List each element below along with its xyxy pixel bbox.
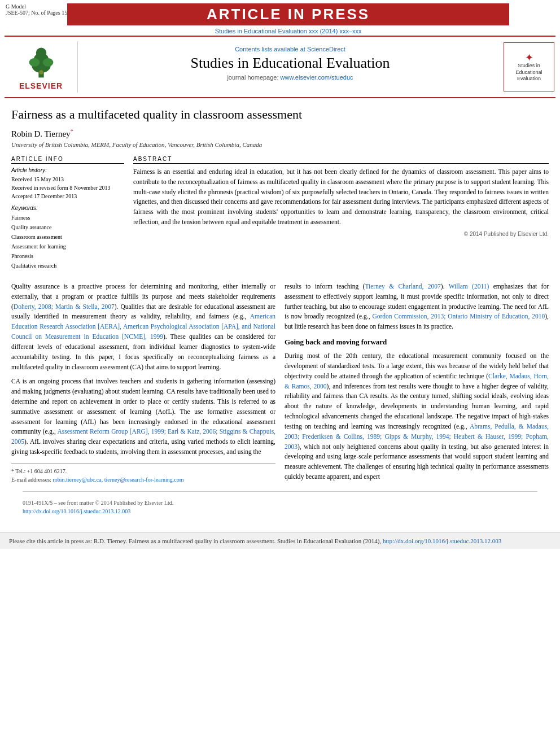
abstract-col: ABSTRACT Fairness is an essential and en… [133, 156, 549, 275]
author-affiliation: University of British Columbia, MERM, Fa… [11, 141, 549, 148]
footnote-tel: * Tel.: +1 604 401 6217. [11, 467, 275, 475]
article-info-label: ARTICLE INFO [11, 156, 124, 164]
author-name: Robin D. Tierney* [11, 128, 549, 139]
homepage-url[interactable]: www.elsevier.com/stueduc [281, 74, 353, 81]
ref-clarke[interactable]: Clarke, Madaus, Horn, & Ramos, 2000 [285, 373, 549, 390]
footer-bar: Please cite this article in press as: R.… [0, 532, 560, 549]
ref-abrams[interactable]: Abrams, Pedulla, & Madaus, 2003; Frederi… [285, 423, 549, 450]
bottom-meta: 0191-491X/$ – see front matter © 2014 Pu… [11, 496, 549, 518]
badge-icon: ✦ [523, 51, 535, 63]
keywords-block: Keywords: Fairness Quality assurance Cla… [11, 205, 124, 270]
keyword-fairness: Fairness [11, 213, 124, 222]
svg-point-3 [36, 47, 46, 58]
ref-willam[interactable]: Willam (2011) [449, 283, 489, 290]
body-para-1: Quality assurance is a proactive process… [11, 282, 275, 372]
ref-doherty[interactable]: Doherty, 2008; Martin & Stella, 2007 [14, 303, 115, 310]
ref-aera[interactable]: American Education Research Association … [11, 313, 275, 340]
article-history: Article history: Received 15 May 2013 Re… [11, 167, 124, 200]
footnote-section: * Tel.: +1 604 401 6217. E-mail addresse… [11, 463, 275, 484]
doi-link[interactable]: http://dx.doi.org/10.1016/j.stueduc.2013… [23, 508, 130, 514]
keyword-phronesis: Phronesis [11, 251, 124, 261]
model-info: G Model JSEE-507; No. of Pages 15 [6, 3, 67, 16]
journal-header: ELSEVIER Contents lists available at Sci… [5, 36, 555, 98]
cite-doi-link[interactable]: http://dx.doi.org/10.1016/j.stueduc.2013… [383, 538, 501, 544]
copyright-line: © 2014 Published by Elsevier Ltd. [133, 231, 549, 237]
top-header: G Model JSEE-507; No. of Pages 15 ARTICL… [0, 0, 560, 36]
abstract-label: ABSTRACT [133, 156, 549, 164]
svg-point-6 [39, 70, 43, 74]
elsevier-logo-section: ELSEVIER [5, 41, 78, 93]
accepted-date: Accepted 17 December 2013 [11, 192, 124, 200]
section-heading-moving-forward: Going back and moving forward [285, 337, 549, 348]
keyword-afl: Assessment for learning [11, 242, 124, 251]
article-meta-section: ARTICLE INFO Article history: Received 1… [11, 156, 549, 275]
abstract-text: Fairness is an essential and enduring id… [133, 167, 549, 228]
keyword-qualitative: Qualitative research [11, 261, 124, 270]
body-col-right: results to inform teaching (Tierney & Ch… [285, 282, 549, 487]
body-para-3: results to inform teaching (Tierney & Ch… [285, 282, 549, 332]
elsevier-logo: ELSEVIER [19, 43, 63, 90]
homepage-label: journal homepage: [227, 74, 278, 81]
author-sup: * [71, 128, 74, 134]
article-title: Fairness as a multifaceted quality in cl… [11, 107, 549, 122]
history-label: Article history: [11, 167, 124, 173]
journal-homepage: journal homepage: www.elsevier.com/stued… [84, 74, 497, 81]
keywords-label: Keywords: [11, 205, 124, 211]
article-info-col: ARTICLE INFO Article history: Received 1… [11, 156, 124, 275]
keyword-quality: Quality assurance [11, 222, 124, 232]
elsevier-tree-icon [21, 43, 61, 80]
footnote-email-links[interactable]: robin.tierney@ubc.ca, tierney@research-f… [53, 477, 183, 483]
journal-center: Contents lists available at ScienceDirec… [78, 41, 502, 93]
divider [23, 491, 537, 492]
body-col-left: Quality assurance is a proactive process… [11, 282, 275, 487]
sciencedirect-link[interactable]: ScienceDirect [307, 46, 345, 53]
ref-tierney-charland[interactable]: Tierney & Charland, 2007 [365, 283, 440, 290]
keywords-list: Fairness Quality assurance Classroom ass… [11, 213, 124, 270]
badge-text: Studies in Educational Evaluation [506, 63, 552, 82]
journal-title: Studies in Educational Evaluation [84, 55, 497, 72]
cite-text: Please cite this article in press as: R.… [9, 538, 381, 544]
svg-point-5 [42, 58, 53, 67]
contents-text: Contents lists available at [235, 46, 305, 53]
ref-gordon[interactable]: Gordon Commission, 2013; Ontario Ministr… [372, 313, 545, 320]
body-para-4: During most of the 20th century, the edu… [285, 351, 549, 482]
article-in-press-banner: ARTICLE IN PRESS [67, 3, 509, 25]
author-name-text: Robin D. Tierney [11, 129, 71, 138]
page: G Model JSEE-507; No. of Pages 15 ARTICL… [0, 0, 560, 747]
svg-point-4 [29, 58, 40, 67]
jsee-label: JSEE-507; No. of Pages 15 [6, 10, 67, 16]
issn-line: 0191-491X/$ – see front matter © 2014 Pu… [23, 499, 537, 507]
body-columns: Quality assurance is a proactive process… [11, 282, 549, 487]
body-para-2: CA is an ongoing process that involves t… [11, 377, 275, 457]
header-center: ARTICLE IN PRESS Studies in Educational … [67, 3, 509, 34]
revised-date: Received in revised form 8 November 2013 [11, 184, 124, 192]
journal-badge: ✦ Studies in Educational Evaluation [504, 42, 554, 91]
elsevier-brand-text: ELSEVIER [19, 81, 63, 90]
journal-ref-link[interactable]: Studies in Educational Evaluation xxx (2… [215, 28, 362, 34]
g-model-label: G Model [6, 3, 67, 10]
contents-line: Contents lists available at ScienceDirec… [84, 46, 497, 53]
footnote-email-label: E-mail addresses: [11, 477, 51, 483]
article-content: Fairness as a multifaceted quality in cl… [0, 98, 560, 523]
keyword-classroom: Classroom assessment [11, 232, 124, 242]
footnote-email: E-mail addresses: robin.tierney@ubc.ca, … [11, 475, 275, 484]
ref-arg[interactable]: Assessment Reform Group [ARG], 1999; Ear… [11, 428, 275, 445]
received-date: Received 15 May 2013 [11, 175, 124, 184]
